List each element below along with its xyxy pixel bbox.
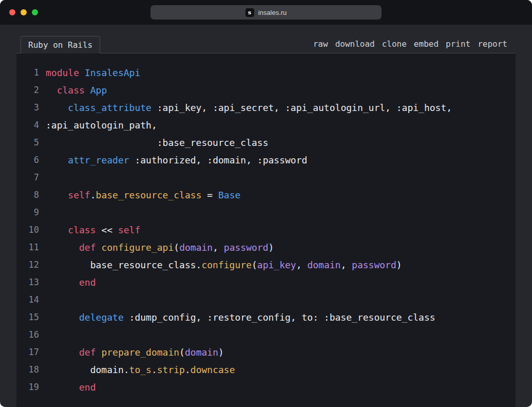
code-line: 9	[16, 203, 516, 221]
line-number: 2	[16, 85, 39, 95]
code-line: 14	[16, 291, 516, 308]
line-number: 12	[16, 260, 39, 270]
code-line: 7	[16, 169, 516, 186]
code-text: module InsalesApi	[46, 67, 140, 78]
minimize-window-button[interactable]	[21, 9, 27, 15]
code-text: class_attribute :api_key, :api_secret, :…	[46, 102, 452, 113]
code-line: 19 end	[16, 378, 516, 396]
line-number: 5	[16, 137, 39, 147]
line-number: 1	[16, 67, 39, 78]
code-text: def configure_api(domain, password)	[46, 242, 274, 253]
line-number: 15	[16, 312, 39, 322]
code-text: end	[46, 382, 96, 393]
code-line: 2 class App	[16, 81, 516, 99]
code-line: 10 class << self	[16, 221, 516, 238]
action-raw[interactable]: raw	[313, 39, 328, 49]
viewer-actions: rawdownloadcloneembedprintreport	[313, 39, 507, 53]
code-text: attr_reader :authorized, :domain, :passw…	[46, 155, 307, 165]
line-number: 11	[16, 242, 39, 252]
favicon-letter: s	[248, 9, 251, 16]
code-text: def prepare_domain(domain)	[46, 347, 224, 358]
maximize-window-button[interactable]	[32, 9, 38, 15]
code-line: 17 def prepare_domain(domain)	[16, 343, 516, 361]
line-number: 8	[16, 190, 39, 200]
address-bar[interactable]: s insales.ru	[150, 5, 382, 20]
line-number: 9	[16, 207, 39, 217]
code-line: 8 self.base_resource_class = Base	[16, 186, 516, 203]
code-text: self.base_resource_class = Base	[46, 190, 240, 200]
site-favicon-icon: s	[245, 8, 254, 17]
line-number: 7	[16, 172, 39, 182]
code-panel: 1module InsalesApi2 class App3 class_att…	[16, 53, 516, 407]
url-text: insales.ru	[258, 9, 287, 16]
line-number: 13	[16, 277, 39, 287]
line-number: 17	[16, 347, 39, 357]
action-download[interactable]: download	[335, 39, 375, 49]
code-text: :api_autologin_path,	[46, 120, 157, 131]
code-text: delegate :dump_config, :restore_config, …	[46, 312, 435, 323]
code-body: 1module InsalesApi2 class App3 class_att…	[16, 64, 516, 396]
code-line: 11 def configure_api(domain, password)	[16, 238, 516, 256]
line-number: 19	[16, 382, 39, 392]
action-embed[interactable]: embed	[414, 39, 439, 49]
language-tab-label: Ruby on Rails	[28, 40, 92, 50]
code-line: 5 :base_resource_class	[16, 134, 516, 151]
code-line: 6 attr_reader :authorized, :domain, :pas…	[16, 151, 516, 169]
action-report[interactable]: report	[478, 39, 507, 49]
code-line: 4:api_autologin_path,	[16, 116, 516, 134]
viewer-header: Ruby on Rails rawdownloadcloneembedprint…	[16, 36, 516, 53]
code-line: 16	[16, 326, 516, 343]
paste-viewer: Ruby on Rails rawdownloadcloneembedprint…	[0, 36, 532, 407]
browser-window: s insales.ru Ruby on Rails rawdownloadcl…	[0, 0, 532, 407]
close-window-button[interactable]	[9, 9, 15, 15]
traffic-lights	[9, 9, 38, 15]
browser-chrome: s insales.ru	[0, 0, 532, 25]
code-text: class App	[46, 85, 107, 96]
line-number: 3	[16, 102, 39, 113]
code-line: 13 end	[16, 273, 516, 291]
line-number: 4	[16, 120, 39, 130]
action-clone[interactable]: clone	[382, 39, 407, 49]
line-number: 18	[16, 364, 39, 375]
code-line: 3 class_attribute :api_key, :api_secret,…	[16, 99, 516, 116]
code-line: 1module InsalesApi	[16, 64, 516, 81]
code-line: 12 base_resource_class.configure(api_key…	[16, 256, 516, 273]
code-text: class << self	[46, 225, 140, 235]
code-text: :base_resource_class	[46, 137, 268, 148]
line-number: 6	[16, 155, 39, 165]
code-line: 18 domain.to_s.strip.downcase	[16, 361, 516, 378]
code-text: end	[46, 277, 96, 288]
action-print[interactable]: print	[446, 39, 470, 49]
line-number: 10	[16, 225, 39, 235]
line-number: 16	[16, 329, 39, 340]
language-tab[interactable]: Ruby on Rails	[21, 36, 100, 53]
code-line: 15 delegate :dump_config, :restore_confi…	[16, 308, 516, 326]
code-text: base_resource_class.configure(api_key, d…	[46, 260, 402, 270]
line-number: 14	[16, 294, 39, 305]
code-text: domain.to_s.strip.downcase	[46, 364, 235, 375]
